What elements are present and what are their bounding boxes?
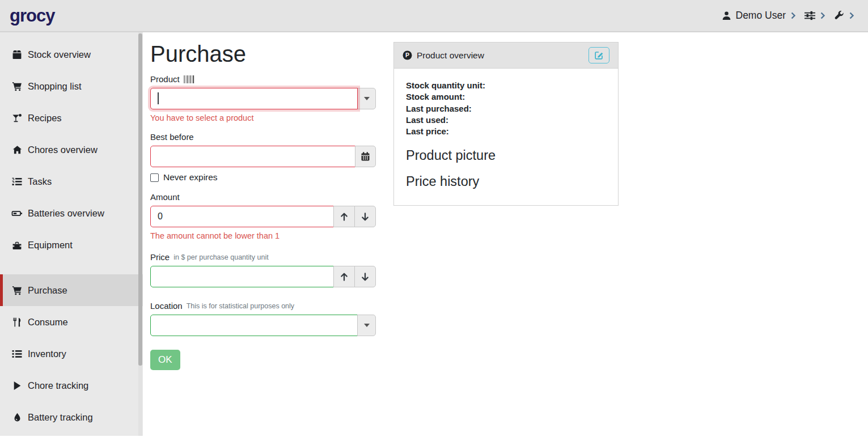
amount-error: The amount cannot be lower than 1 xyxy=(150,231,376,240)
product-dropdown-button[interactable] xyxy=(357,88,376,109)
edit-icon xyxy=(595,51,603,60)
user-menu[interactable]: Demo User xyxy=(722,10,786,22)
best-before-input[interactable] xyxy=(150,146,355,167)
panel-header: P Product overview xyxy=(394,43,618,69)
sidebar-item-label: Recipes xyxy=(28,113,62,124)
arrow-up-icon xyxy=(340,273,348,281)
purchase-form: Purchase Product Y xyxy=(150,40,376,370)
tasks-icon xyxy=(11,177,23,186)
settings-menu[interactable] xyxy=(805,11,815,20)
home-icon xyxy=(11,145,23,155)
sidebar-item-label: Stock overview xyxy=(28,49,91,60)
stock-amount-label: Stock amount: xyxy=(406,91,606,103)
location-select[interactable] xyxy=(150,315,358,336)
sidebar-item-purchase[interactable]: Purchase xyxy=(0,274,143,306)
list-icon xyxy=(11,349,23,359)
sidebar-item-chores-overview[interactable]: Chores overview xyxy=(0,134,143,166)
product-label: Product xyxy=(150,74,180,84)
battery-icon xyxy=(11,209,23,218)
location-dropdown-button[interactable] xyxy=(357,315,376,336)
sidebar-item-label: Chore tracking xyxy=(28,380,88,391)
app-logo[interactable]: grocy xyxy=(0,6,54,26)
amount-field: Amount The amount cannot be xyxy=(150,192,376,240)
svg-text:P: P xyxy=(405,52,409,58)
product-picture-heading: Product picture xyxy=(406,148,606,163)
sidebar-item-label: Consume xyxy=(28,317,68,328)
sidebar: Stock overview Shopping list Recipes Cho… xyxy=(0,32,143,436)
location-label: Location xyxy=(150,301,183,311)
barcode-icon xyxy=(184,75,196,83)
main-content: Purchase Product Y xyxy=(143,32,868,436)
sidebar-item-chore-tracking[interactable]: Chore tracking xyxy=(0,370,143,401)
arrow-down-icon xyxy=(361,273,369,281)
user-name: Demo User xyxy=(736,10,786,22)
location-hint: This is for statistical purposes only xyxy=(187,302,294,310)
ok-button[interactable]: OK xyxy=(150,350,180,370)
sidebar-item-batteries-overview[interactable]: Batteries overview xyxy=(0,197,143,229)
amount-input[interactable] xyxy=(150,206,334,227)
arrow-up-icon xyxy=(340,213,348,221)
price-field: Price in $ per purchase quantity unit xyxy=(150,252,376,287)
sidebar-item-inventory[interactable]: Inventory xyxy=(0,338,143,370)
price-history-heading: Price history xyxy=(406,174,606,189)
never-expires-checkbox[interactable] xyxy=(150,173,159,182)
last-purchased-label: Last purchased: xyxy=(406,103,606,114)
shopping-cart-icon xyxy=(11,82,23,91)
sidebar-item-stock-overview[interactable]: Stock overview xyxy=(0,39,143,70)
sidebar-item-label: Shopping list xyxy=(28,81,81,92)
chevron-right-icon[interactable] xyxy=(820,12,825,19)
never-expires-row: Never expires xyxy=(150,172,376,183)
price-label: Price xyxy=(150,252,170,262)
calendar-button[interactable] xyxy=(355,146,376,167)
cocktail-icon xyxy=(11,113,23,123)
tint-icon xyxy=(11,413,23,422)
product-circle-icon: P xyxy=(403,50,412,60)
stock-quantity-unit-label: Stock quantity unit: xyxy=(406,80,606,91)
sidebar-item-label: Equipment xyxy=(28,240,73,251)
chevron-right-icon[interactable] xyxy=(791,12,796,19)
wrench-icon xyxy=(834,11,844,20)
product-field: Product You have to select a product xyxy=(150,74,376,122)
sidebar-item-shopping-list[interactable]: Shopping list xyxy=(0,70,143,102)
amount-label: Amount xyxy=(150,192,180,202)
location-field: Location This is for statistical purpose… xyxy=(150,301,376,336)
chevron-down-icon xyxy=(364,324,370,327)
sidebar-item-label: Inventory xyxy=(28,349,66,359)
admin-menu[interactable] xyxy=(834,11,844,20)
topbar-right: Demo User xyxy=(722,10,868,22)
sidebar-item-label: Chores overview xyxy=(28,145,98,155)
last-used-label: Last used: xyxy=(406,114,606,126)
page-title: Purchase xyxy=(150,41,376,67)
price-increment-button[interactable] xyxy=(333,266,355,287)
amount-increment-button[interactable] xyxy=(333,206,355,227)
play-icon xyxy=(11,381,23,391)
chevron-right-icon[interactable] xyxy=(849,12,854,19)
sidebar-item-equipment[interactable]: Equipment xyxy=(0,229,143,261)
top-header: grocy Demo User xyxy=(0,0,868,32)
user-icon xyxy=(722,11,731,20)
sliders-icon xyxy=(805,11,815,20)
last-price-label: Last price: xyxy=(406,126,606,137)
arrow-down-icon xyxy=(361,213,369,221)
sidebar-item-label: Battery tracking xyxy=(28,412,93,423)
sidebar-scrollbar-thumb[interactable] xyxy=(138,33,142,366)
sidebar-nav: Stock overview Shopping list Recipes Cho… xyxy=(0,32,143,433)
price-decrement-button[interactable] xyxy=(354,266,376,287)
never-expires-label: Never expires xyxy=(163,172,218,183)
best-before-label: Best before xyxy=(150,132,194,142)
sidebar-item-battery-tracking[interactable]: Battery tracking xyxy=(0,401,143,433)
sidebar-item-consume[interactable]: Consume xyxy=(0,306,143,338)
best-before-field: Best before xyxy=(150,132,376,183)
sidebar-item-tasks[interactable]: Tasks xyxy=(0,166,143,197)
edit-product-button[interactable] xyxy=(588,47,609,63)
sidebar-item-label: Batteries overview xyxy=(28,208,104,219)
sidebar-item-recipes[interactable]: Recipes xyxy=(0,102,143,134)
box-icon xyxy=(11,50,23,60)
shopping-cart-icon xyxy=(11,286,23,295)
sidebar-item-label: Tasks xyxy=(28,176,52,187)
price-input[interactable] xyxy=(150,266,334,287)
product-input[interactable] xyxy=(150,88,358,109)
nav-divider xyxy=(0,261,143,274)
sidebar-item-label: Purchase xyxy=(28,285,67,296)
amount-decrement-button[interactable] xyxy=(354,206,376,227)
